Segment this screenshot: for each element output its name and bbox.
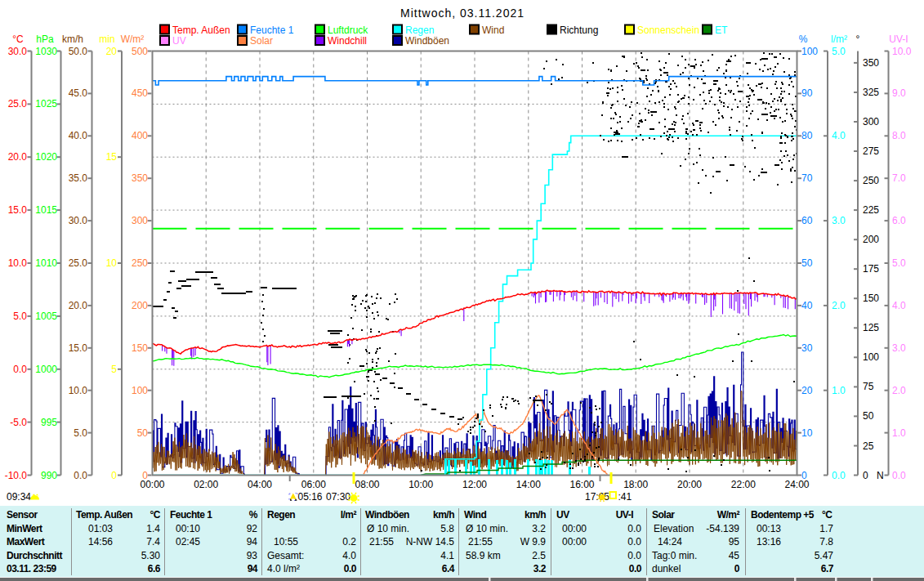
svg-text:0.0: 0.0 (74, 470, 87, 481)
svg-text:1030: 1030 (35, 46, 57, 57)
svg-text:2.0: 2.0 (892, 385, 906, 396)
svg-text:1010: 1010 (35, 257, 57, 269)
svg-text:09:34: 09:34 (7, 491, 31, 503)
svg-text:%: % (249, 509, 258, 521)
svg-text:14:00: 14:00 (516, 479, 541, 490)
svg-text:50: 50 (137, 427, 149, 439)
svg-text:94: 94 (248, 563, 258, 574)
svg-text:MaxWert: MaxWert (7, 536, 45, 547)
svg-text:3.0: 3.0 (832, 215, 846, 226)
svg-text:Temp. Außen: Temp. Außen (172, 25, 230, 36)
svg-text:l/m²: l/m² (831, 34, 847, 45)
svg-text:10:55: 10:55 (274, 536, 298, 547)
svg-text:Ø 10 min.: Ø 10 min. (367, 523, 409, 534)
svg-text:02:00: 02:00 (194, 479, 218, 490)
svg-text:Gesamt:: Gesamt: (267, 550, 304, 561)
svg-text:km/h: km/h (433, 509, 454, 521)
svg-text:04:00: 04:00 (248, 479, 272, 490)
svg-text:4.0: 4.0 (892, 300, 906, 311)
svg-text:12:00: 12:00 (462, 479, 487, 490)
svg-text:20:00: 20:00 (677, 479, 702, 490)
svg-text:94: 94 (247, 536, 258, 547)
svg-text:Tag:0 min.: Tag:0 min. (652, 550, 697, 561)
svg-text:8.0: 8.0 (892, 130, 906, 141)
svg-text:30: 30 (801, 342, 813, 354)
svg-text:Solar: Solar (652, 509, 675, 521)
svg-text:150: 150 (132, 342, 148, 354)
svg-text:°C: °C (12, 34, 24, 45)
svg-text:W/m²: W/m² (121, 34, 145, 45)
svg-text:6.0: 6.0 (892, 215, 906, 226)
svg-text:-54.139: -54.139 (706, 523, 739, 534)
svg-text:75: 75 (863, 381, 874, 392)
svg-text:min: min (99, 34, 114, 45)
svg-text:06:00: 06:00 (301, 479, 326, 490)
svg-text:20.0: 20.0 (8, 151, 28, 163)
svg-text:2.0: 2.0 (832, 300, 846, 311)
svg-text:05:16: 05:16 (298, 491, 323, 503)
svg-text:Wind: Wind (464, 509, 486, 521)
svg-text:0.0: 0.0 (832, 470, 846, 481)
svg-text:5.0: 5.0 (832, 46, 846, 57)
svg-text:16:00: 16:00 (569, 479, 594, 490)
svg-text:Solar: Solar (250, 35, 273, 47)
svg-text:UV: UV (172, 35, 186, 47)
svg-text:Windchill: Windchill (328, 35, 367, 47)
svg-text:00:10: 00:10 (176, 523, 200, 534)
svg-text:5.8: 5.8 (440, 523, 454, 534)
svg-text:-5.0: -5.0 (10, 417, 27, 428)
svg-text:325: 325 (863, 87, 879, 98)
svg-text:0: 0 (863, 470, 868, 481)
svg-text:0: 0 (734, 563, 740, 574)
svg-text:Feuchte 1: Feuchte 1 (250, 25, 294, 36)
svg-text:40.0: 40.0 (69, 130, 88, 141)
svg-text:6.6: 6.6 (148, 563, 161, 574)
svg-text:1020: 1020 (35, 151, 57, 163)
svg-text:00:13: 00:13 (757, 523, 781, 534)
svg-text:0: 0 (111, 470, 117, 481)
svg-text:N: N (877, 470, 884, 481)
svg-text:2.5: 2.5 (532, 550, 546, 561)
svg-text:Sonnenschein: Sonnenschein (637, 25, 699, 36)
svg-text:7.0: 7.0 (892, 172, 906, 184)
svg-text:Windböen: Windböen (405, 35, 449, 47)
svg-text:10: 10 (801, 427, 813, 439)
svg-text:17:05: 17:05 (585, 491, 609, 503)
svg-text:MinWert: MinWert (7, 523, 42, 534)
svg-text:°C: °C (822, 509, 832, 521)
svg-text:9.0: 9.0 (892, 87, 906, 99)
svg-text:100: 100 (132, 385, 148, 396)
svg-text:30.0: 30.0 (69, 215, 88, 226)
svg-text:Luftdruck: Luftdruck (328, 25, 368, 36)
svg-text:%: % (799, 34, 808, 45)
svg-text:10.0: 10.0 (8, 257, 28, 269)
svg-text:Windböen: Windböen (365, 509, 409, 521)
svg-text:30.0: 30.0 (8, 46, 28, 57)
svg-text:22:00: 22:00 (731, 479, 756, 490)
svg-text:W/m²: W/m² (717, 509, 740, 521)
svg-text:00:00: 00:00 (562, 523, 587, 534)
svg-text:95: 95 (729, 536, 740, 547)
svg-text:60: 60 (801, 215, 813, 226)
svg-text:3.0: 3.0 (892, 342, 906, 354)
svg-text:20: 20 (106, 46, 118, 57)
svg-text:Elevation: Elevation (654, 523, 694, 534)
svg-text:93: 93 (247, 550, 258, 561)
svg-text:0.0: 0.0 (344, 563, 357, 574)
svg-text:10.0: 10.0 (69, 385, 88, 396)
svg-text:200: 200 (132, 300, 148, 311)
svg-text:24:00: 24:00 (784, 479, 809, 490)
svg-text:350: 350 (132, 172, 148, 184)
svg-text:1.7: 1.7 (819, 523, 833, 534)
svg-text:300: 300 (132, 215, 148, 226)
svg-text:1.4: 1.4 (146, 523, 160, 534)
svg-text:500: 500 (132, 46, 148, 57)
svg-text:35.0: 35.0 (69, 172, 88, 184)
svg-text:450: 450 (132, 87, 148, 99)
svg-text:200: 200 (863, 234, 879, 245)
svg-text:15: 15 (106, 151, 118, 163)
svg-text:25.0: 25.0 (69, 257, 88, 269)
svg-text:275: 275 (863, 145, 879, 157)
svg-text::41: :41 (618, 491, 632, 503)
svg-text:Regen: Regen (267, 509, 295, 521)
